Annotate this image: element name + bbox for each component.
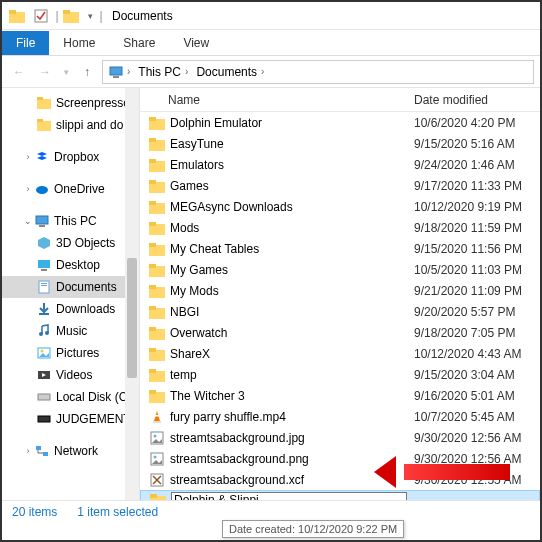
svg-point-23 <box>41 350 44 353</box>
column-name[interactable]: Name <box>168 93 414 107</box>
file-row[interactable]: EasyTune9/15/2020 5:16 AM <box>140 133 540 154</box>
file-date: 9/20/2020 5:57 PM <box>414 305 540 319</box>
recent-dropdown[interactable]: ▾ <box>60 61 72 83</box>
file-date: 9/15/2020 5:16 AM <box>414 137 540 151</box>
svg-rect-58 <box>155 415 159 417</box>
nav-desktop[interactable]: Desktop <box>2 254 139 276</box>
file-name: ShareX <box>170 347 414 361</box>
chevron-right-icon[interactable]: › <box>261 66 264 77</box>
file-row[interactable]: Dolphin Emulator10/6/2020 4:20 PM <box>140 112 540 133</box>
nav-screenpresso[interactable]: Screenpresso <box>2 92 139 114</box>
tab-home[interactable]: Home <box>49 31 109 55</box>
back-button[interactable]: ← <box>8 61 30 83</box>
nav-3dobjects[interactable]: 3D Objects <box>2 232 139 254</box>
svg-rect-15 <box>41 269 47 271</box>
nav-slippi[interactable]: slippi and do <box>2 114 139 136</box>
folder-icon <box>148 345 166 363</box>
file-row[interactable]: Games9/17/2020 11:33 PM <box>140 175 540 196</box>
nav-downloads[interactable]: Downloads <box>2 298 139 320</box>
file-date: 9/30/2020 12:56 AM <box>414 431 540 445</box>
documents-icon <box>36 279 52 295</box>
nav-pictures[interactable]: Pictures <box>2 342 139 364</box>
file-row[interactable]: MEGAsync Downloads10/12/2020 9:19 PM <box>140 196 540 217</box>
file-row[interactable]: My Games10/5/2020 11:03 PM <box>140 259 540 280</box>
file-row[interactable]: streamtsabackground.xcf9/30/2020 12:55 A… <box>140 469 540 490</box>
qat-separator-2: | <box>98 9 104 23</box>
file-name: MEGAsync Downloads <box>170 200 414 214</box>
nav-onedrive[interactable]: ›OneDrive <box>2 178 139 200</box>
qat-dropdown[interactable]: ▾ <box>84 5 96 27</box>
file-row[interactable]: fury parry shuffle.mp410/7/2020 5:45 AM <box>140 406 540 427</box>
file-name: streamtsabackground.jpg <box>170 431 414 445</box>
file-row[interactable]: temp9/15/2020 3:04 AM <box>140 364 540 385</box>
file-row[interactable]: My Cheat Tables9/15/2020 11:56 PM <box>140 238 540 259</box>
chevron-right-icon[interactable]: › <box>127 66 130 77</box>
file-row[interactable]: streamtsabackground.jpg9/30/2020 12:56 A… <box>140 427 540 448</box>
svg-rect-38 <box>149 201 156 205</box>
file-row[interactable]: Overwatch9/18/2020 7:05 PM <box>140 322 540 343</box>
folder-icon <box>148 219 166 237</box>
collapse-icon[interactable]: ⌄ <box>22 216 34 226</box>
tab-file[interactable]: File <box>2 31 49 55</box>
file-row[interactable]: Mods9/18/2020 11:59 PM <box>140 217 540 238</box>
file-date: 9/18/2020 11:59 PM <box>414 221 540 235</box>
nav-network[interactable]: ›Network <box>2 440 139 462</box>
folder-icon <box>148 366 166 384</box>
tab-view[interactable]: View <box>169 31 223 55</box>
qat-folder[interactable] <box>60 5 82 27</box>
nav-scrollbar-track[interactable] <box>125 88 139 500</box>
tab-share[interactable]: Share <box>109 31 169 55</box>
folder-icon <box>149 491 167 500</box>
file-name: My Cheat Tables <box>170 242 414 256</box>
nav-dropbox[interactable]: ›Dropbox <box>2 146 139 168</box>
nav-documents[interactable]: Documents <box>2 276 139 298</box>
folder-icon <box>148 261 166 279</box>
file-date: 9/30/2020 12:55 AM <box>414 473 540 487</box>
svg-rect-32 <box>149 138 156 142</box>
svg-rect-46 <box>149 285 156 289</box>
column-date[interactable]: Date modified <box>414 93 540 107</box>
svg-rect-4 <box>63 10 70 14</box>
expand-icon[interactable]: › <box>22 184 34 194</box>
chevron-right-icon[interactable]: › <box>185 66 188 77</box>
svg-rect-6 <box>113 76 119 78</box>
up-button[interactable]: ↑ <box>76 61 98 83</box>
svg-rect-50 <box>149 327 156 331</box>
nav-videos[interactable]: Videos <box>2 364 139 386</box>
qat-properties[interactable] <box>30 5 52 27</box>
nav-localdisk[interactable]: Local Disk (C <box>2 386 139 408</box>
breadcrumb-root[interactable]: This PC <box>138 65 181 79</box>
forward-button[interactable]: → <box>34 61 56 83</box>
file-name: Emulators <box>170 158 414 172</box>
nav-scrollbar-thumb[interactable] <box>127 258 137 378</box>
svg-rect-18 <box>41 285 47 286</box>
file-row-selected[interactable]: Dolphin & Slippi <box>140 490 540 500</box>
nav-judgement[interactable]: JUDGEMENT <box>2 408 139 430</box>
file-row[interactable]: streamtsabackground.png9/30/2020 12:56 A… <box>140 448 540 469</box>
file-list[interactable]: Dolphin Emulator10/6/2020 4:20 PMEasyTun… <box>140 112 540 500</box>
nav-music[interactable]: Music <box>2 320 139 342</box>
file-row[interactable]: ShareX10/12/2020 4:43 AM <box>140 343 540 364</box>
breadcrumb-folder[interactable]: Documents <box>196 65 257 79</box>
file-name: Mods <box>170 221 414 235</box>
address-bar[interactable]: › This PC› Documents› <box>102 60 534 84</box>
file-row[interactable]: The Witcher 39/16/2020 5:01 AM <box>140 385 540 406</box>
file-name-editing[interactable]: Dolphin & Slippi <box>171 492 407 500</box>
expand-icon[interactable]: › <box>22 152 34 162</box>
svg-rect-10 <box>37 119 43 122</box>
svg-rect-56 <box>149 390 156 394</box>
file-date: 10/7/2020 5:45 AM <box>414 410 540 424</box>
navigation-pane[interactable]: Screenpresso slippi and do ›Dropbox ›One… <box>2 88 140 500</box>
file-row[interactable]: NBGI9/20/2020 5:57 PM <box>140 301 540 322</box>
svg-rect-52 <box>149 348 156 352</box>
folder-icon <box>148 114 166 132</box>
nav-thispc[interactable]: ⌄This PC <box>2 210 139 232</box>
folder-icon <box>148 387 166 405</box>
file-name: fury parry shuffle.mp4 <box>170 410 414 424</box>
file-row[interactable]: My Mods9/21/2020 11:09 PM <box>140 280 540 301</box>
svg-rect-57 <box>153 421 161 423</box>
file-row[interactable]: Emulators9/24/2020 1:46 AM <box>140 154 540 175</box>
svg-rect-5 <box>110 67 122 75</box>
expand-icon[interactable]: › <box>22 446 34 456</box>
svg-rect-40 <box>149 222 156 226</box>
